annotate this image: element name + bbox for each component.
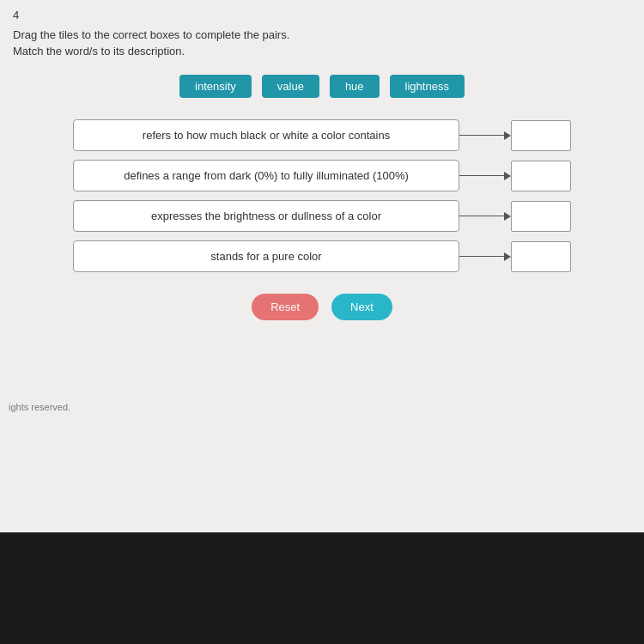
question-number: 4 [13, 9, 631, 21]
tile-lightness[interactable]: lightness [390, 75, 465, 98]
answer-box-4[interactable] [511, 241, 571, 272]
arrow-3 [459, 212, 511, 221]
match-row-2: defines a range from dark (0%) to fully … [73, 160, 571, 191]
arrow-head-1 [504, 131, 511, 140]
arrow-line-1 [459, 135, 504, 136]
match-row-1: refers to how much black or white a colo… [73, 119, 571, 151]
answer-box-3[interactable] [511, 201, 571, 232]
arrow-1 [459, 131, 511, 140]
tile-value[interactable]: value [262, 75, 319, 98]
description-3: expresses the brightness or dullness of … [73, 200, 459, 232]
tiles-container: intensity value hue lightness [13, 75, 631, 98]
arrow-head-2 [504, 172, 511, 180]
match-row-3: expresses the brightness or dullness of … [73, 200, 571, 232]
arrow-head-3 [504, 212, 511, 221]
buttons-row: Reset Next [13, 294, 631, 320]
description-2: defines a range from dark (0%) to fully … [73, 160, 459, 191]
instruction-main: Drag the tiles to the correct boxes to c… [13, 28, 631, 41]
arrow-head-4 [504, 252, 511, 261]
answer-box-2[interactable] [511, 161, 571, 191]
bottom-bar [0, 532, 644, 644]
arrow-2 [459, 172, 511, 180]
description-4: stands for a pure color [73, 240, 459, 272]
arrow-line-4 [459, 256, 504, 257]
instruction-sub: Match the word/s to its description. [13, 45, 631, 58]
arrow-line-2 [459, 175, 504, 176]
arrow-line-3 [459, 216, 504, 216]
next-button[interactable]: Next [331, 294, 392, 320]
match-row-4: stands for a pure color [73, 240, 571, 272]
description-1: refers to how much black or white a colo… [73, 119, 459, 151]
reset-button[interactable]: Reset [252, 294, 319, 320]
matching-area: refers to how much black or white a colo… [13, 119, 631, 272]
answer-box-1[interactable] [511, 120, 571, 151]
arrow-4 [459, 252, 511, 261]
tile-intensity[interactable]: intensity [179, 75, 252, 98]
copyright-text: ights reserved. [9, 402, 70, 412]
tile-hue[interactable]: hue [330, 75, 380, 98]
